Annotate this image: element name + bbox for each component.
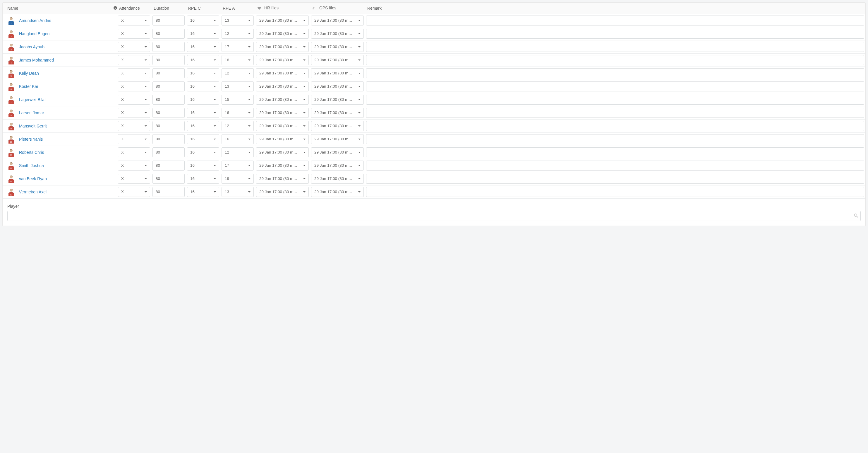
- rpe-c-select[interactable]: 16: [187, 68, 219, 78]
- player-name-link[interactable]: Amundsen Andris: [19, 18, 51, 23]
- gps-file-select[interactable]: 29 Jan 17:00 (80 min): [311, 16, 364, 26]
- remark-input[interactable]: [366, 187, 864, 197]
- rpe-a-select[interactable]: 12: [221, 29, 254, 39]
- duration-input[interactable]: [152, 42, 185, 52]
- duration-input[interactable]: [152, 68, 185, 78]
- hr-file-select[interactable]: 29 Jan 17:00 (80 min): [256, 108, 309, 118]
- duration-input[interactable]: [152, 134, 185, 144]
- gps-file-select[interactable]: 29 Jan 17:00 (80 min): [311, 29, 364, 39]
- gps-file-select[interactable]: 29 Jan 17:00 (80 min): [311, 187, 364, 197]
- rpe-a-select[interactable]: 15: [221, 95, 254, 105]
- gps-file-select[interactable]: 29 Jan 17:00 (80 min): [311, 68, 364, 78]
- rpe-c-select[interactable]: 16: [187, 81, 219, 91]
- col-header-info-icon[interactable]: [111, 3, 117, 14]
- remark-input[interactable]: [366, 16, 864, 26]
- player-name-link[interactable]: Mansvelt Gerrit: [19, 124, 47, 128]
- remark-input[interactable]: [366, 68, 864, 78]
- player-name-link[interactable]: Roberts Chris: [19, 150, 44, 155]
- gps-file-select[interactable]: 29 Jan 17:00 (80 min): [311, 55, 364, 65]
- player-name-link[interactable]: Pieters Yanis: [19, 137, 43, 142]
- rpe-a-select[interactable]: 13: [221, 81, 254, 91]
- hr-file-select[interactable]: 29 Jan 17:00 (80 min): [256, 147, 309, 157]
- attendance-select[interactable]: X: [118, 55, 150, 65]
- duration-input[interactable]: [152, 174, 185, 184]
- player-name-link[interactable]: Koster Kai: [19, 84, 38, 89]
- rpe-a-select[interactable]: 19: [221, 174, 254, 184]
- col-header-hr-files[interactable]: HR files: [255, 3, 310, 14]
- rpe-c-select[interactable]: 16: [187, 108, 219, 118]
- search-icon[interactable]: [854, 213, 858, 219]
- duration-input[interactable]: [152, 95, 185, 105]
- hr-file-select[interactable]: 29 Jan 17:00 (80 min): [256, 16, 309, 26]
- col-header-attendance[interactable]: Attendance: [117, 3, 151, 14]
- attendance-select[interactable]: X: [118, 29, 150, 39]
- rpe-a-select[interactable]: 13: [221, 16, 254, 26]
- rpe-c-select[interactable]: 16: [187, 174, 219, 184]
- rpe-c-select[interactable]: 16: [187, 29, 219, 39]
- duration-input[interactable]: [152, 121, 185, 131]
- hr-file-select[interactable]: 29 Jan 17:00 (80 min): [256, 68, 309, 78]
- gps-file-select[interactable]: 29 Jan 17:00 (80 min): [311, 81, 364, 91]
- rpe-c-select[interactable]: 16: [187, 42, 219, 52]
- duration-input[interactable]: [152, 147, 185, 157]
- remark-input[interactable]: [366, 42, 864, 52]
- rpe-a-select[interactable]: 13: [221, 187, 254, 197]
- remark-input[interactable]: [366, 55, 864, 65]
- duration-input[interactable]: [152, 108, 185, 118]
- rpe-c-select[interactable]: 16: [187, 161, 219, 171]
- col-header-gps-files[interactable]: GPS files: [310, 3, 365, 14]
- hr-file-select[interactable]: 29 Jan 17:00 (80 min): [256, 187, 309, 197]
- remark-input[interactable]: [366, 81, 864, 91]
- col-header-rpe-a[interactable]: RPE A: [220, 3, 255, 14]
- hr-file-select[interactable]: 29 Jan 17:00 (80 min): [256, 95, 309, 105]
- player-name-link[interactable]: Jacobs Ayoub: [19, 45, 44, 49]
- rpe-a-select[interactable]: 12: [221, 68, 254, 78]
- player-search-input[interactable]: [7, 211, 861, 221]
- player-name-link[interactable]: Smith Joshua: [19, 163, 44, 168]
- player-name-link[interactable]: Lagerweij Bilal: [19, 97, 45, 102]
- player-name-link[interactable]: van Beek Ryan: [19, 176, 47, 181]
- gps-file-select[interactable]: 29 Jan 17:00 (80 min): [311, 134, 364, 144]
- attendance-select[interactable]: X: [118, 121, 150, 131]
- player-name-link[interactable]: Kelly Dean: [19, 71, 39, 76]
- hr-file-select[interactable]: 29 Jan 17:00 (80 min): [256, 134, 309, 144]
- col-header-rpe-c[interactable]: RPE C: [186, 3, 220, 14]
- attendance-select[interactable]: X: [118, 81, 150, 91]
- rpe-a-select[interactable]: 16: [221, 108, 254, 118]
- rpe-a-select[interactable]: 17: [221, 42, 254, 52]
- rpe-c-select[interactable]: 16: [187, 147, 219, 157]
- hr-file-select[interactable]: 29 Jan 17:00 (80 min): [256, 29, 309, 39]
- remark-input[interactable]: [366, 29, 864, 39]
- col-header-name[interactable]: Name: [3, 3, 111, 14]
- rpe-c-select[interactable]: 16: [187, 55, 219, 65]
- attendance-select[interactable]: X: [118, 16, 150, 26]
- player-name-link[interactable]: Vermeiren Axel: [19, 190, 46, 194]
- hr-file-select[interactable]: 29 Jan 17:00 (80 min): [256, 81, 309, 91]
- rpe-c-select[interactable]: 16: [187, 16, 219, 26]
- player-name-link[interactable]: James Mohammed: [19, 58, 54, 62]
- hr-file-select[interactable]: 29 Jan 17:00 (80 min): [256, 55, 309, 65]
- rpe-a-select[interactable]: 17: [221, 161, 254, 171]
- rpe-c-select[interactable]: 16: [187, 121, 219, 131]
- col-header-duration[interactable]: Duration: [151, 3, 186, 14]
- attendance-select[interactable]: X: [118, 108, 150, 118]
- hr-file-select[interactable]: 29 Jan 17:00 (80 min): [256, 121, 309, 131]
- col-header-remark[interactable]: Remark: [365, 3, 865, 14]
- duration-input[interactable]: [152, 29, 185, 39]
- attendance-select[interactable]: X: [118, 134, 150, 144]
- duration-input[interactable]: [152, 187, 185, 197]
- duration-input[interactable]: [152, 16, 185, 26]
- rpe-a-select[interactable]: 16: [221, 55, 254, 65]
- duration-input[interactable]: [152, 81, 185, 91]
- remark-input[interactable]: [366, 95, 864, 105]
- player-name-link[interactable]: Larsen Jomar: [19, 110, 44, 115]
- gps-file-select[interactable]: 29 Jan 17:00 (80 min): [311, 121, 364, 131]
- gps-file-select[interactable]: 29 Jan 17:00 (80 min): [311, 42, 364, 52]
- gps-file-select[interactable]: 29 Jan 17:00 (80 min): [311, 95, 364, 105]
- rpe-c-select[interactable]: 16: [187, 134, 219, 144]
- gps-file-select[interactable]: 29 Jan 17:00 (80 min): [311, 161, 364, 171]
- remark-input[interactable]: [366, 121, 864, 131]
- attendance-select[interactable]: X: [118, 161, 150, 171]
- hr-file-select[interactable]: 29 Jan 17:00 (80 min): [256, 42, 309, 52]
- remark-input[interactable]: [366, 108, 864, 118]
